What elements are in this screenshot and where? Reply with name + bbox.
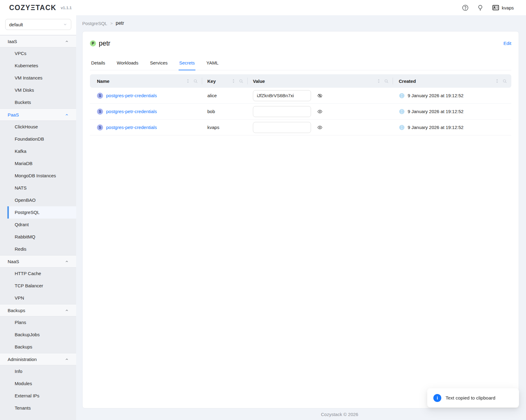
tab-workloads[interactable]: Workloads — [116, 60, 139, 70]
sidebar-item-buckets[interactable]: Buckets — [0, 96, 76, 109]
theme-toggle-button[interactable] — [477, 5, 483, 11]
created-timestamp: 9 January 2026 at 19:12:52 — [408, 93, 464, 98]
sidebar-item-tcp-balancer[interactable]: TCP Balancer — [0, 280, 76, 292]
tab-services[interactable]: Services — [149, 60, 168, 70]
breadcrumb: PostgreSQL > petr — [76, 15, 526, 31]
sidebar-item-mongodb-instances[interactable]: MongoDB Instances — [0, 170, 76, 182]
secret-key: bob — [202, 109, 248, 114]
search-icon[interactable] — [502, 79, 507, 83]
sidebar-item-postgresql[interactable]: PostgreSQL — [0, 206, 76, 219]
app-version: v1.1.1 — [61, 6, 72, 10]
sidebar-section-iaas[interactable]: IaaS — [0, 35, 76, 47]
table-row: S postgres-petr-credentials alice — [90, 88, 511, 104]
sidebar-section-administration[interactable]: Administration — [0, 353, 76, 365]
user-name: kvaps — [502, 5, 514, 10]
footer: Cozystack © 2026 — [76, 408, 526, 420]
created-timestamp: 9 January 2026 at 19:12:52 — [408, 109, 464, 114]
sidebar-item-info[interactable]: Info — [0, 365, 76, 378]
sidebar-item-redis[interactable]: Redis — [0, 243, 76, 255]
tab-secrets[interactable]: Secrets — [179, 60, 195, 70]
sidebar-item-external-ips[interactable]: External IPs — [0, 390, 76, 402]
section-label: NaaS — [8, 259, 19, 264]
show-value-button[interactable] — [317, 109, 323, 114]
secret-value-input[interactable] — [253, 122, 311, 133]
secret-value-input[interactable] — [253, 106, 311, 117]
chevron-up-icon — [65, 113, 69, 117]
resource-card: P petr Edit Details Workloads Services S… — [82, 31, 519, 408]
hide-value-button[interactable] — [317, 93, 323, 98]
search-icon[interactable] — [193, 79, 198, 83]
sidebar-section-paas[interactable]: PaaS — [0, 109, 76, 121]
sidebar-item-kafka[interactable]: Kafka — [0, 145, 76, 157]
table-row: S postgres-petr-credentials bob — [90, 104, 511, 120]
section-label: Administration — [8, 357, 37, 362]
sidebar-item-kubernetes[interactable]: Kubernetes — [0, 60, 76, 72]
sidebar-section-backups[interactable]: Backups — [0, 304, 76, 316]
sidebar-item-vm-disks[interactable]: VM Disks — [0, 84, 76, 96]
chevron-up-icon — [65, 357, 69, 361]
section-label: IaaS — [8, 39, 17, 44]
sidebar-item-nats[interactable]: NATS — [0, 182, 76, 194]
secret-name-link[interactable]: postgres-petr-credentials — [106, 93, 157, 98]
secret-key: kvaps — [202, 125, 248, 130]
card-header: P petr Edit — [90, 39, 511, 47]
sidebar-section-naas[interactable]: NaaS — [0, 255, 76, 267]
sidebar-item-qdrant[interactable]: Qdrant — [0, 219, 76, 231]
column-label: Value — [253, 79, 265, 84]
sidebar: default IaaS VPCs Kubernetes VM Instance… — [0, 15, 76, 420]
sidebar-item-openbao[interactable]: OpenBAO — [0, 194, 76, 206]
sidebar-item-vm-instances[interactable]: VM Instances — [0, 72, 76, 84]
breadcrumb-parent[interactable]: PostgreSQL — [82, 21, 107, 26]
sidebar-item-backups[interactable]: Backups — [0, 341, 76, 353]
sidebar-item-backupjobs[interactable]: BackupJobs — [0, 329, 76, 341]
search-icon[interactable] — [384, 79, 389, 83]
breadcrumb-current: petr — [116, 20, 124, 26]
footer-text: Cozystack © 2026 — [321, 412, 358, 417]
eye-invisible-icon — [317, 93, 323, 98]
tab-details[interactable]: Details — [91, 60, 106, 70]
sidebar-item-tenants[interactable]: Tenants — [0, 402, 76, 414]
tenant-select[interactable]: default — [5, 19, 71, 30]
sidebar-item-mariadb[interactable]: MariaDB — [0, 157, 76, 170]
resource-avatar: P — [90, 40, 96, 46]
toast-message: Text copied to clipboard — [446, 395, 495, 401]
lightbulb-icon — [477, 5, 483, 11]
sidebar-item-plans[interactable]: Plans — [0, 316, 76, 329]
sort-icon[interactable] — [377, 79, 380, 83]
chevron-up-icon — [65, 260, 69, 263]
sidebar-item-vpcs[interactable]: VPCs — [0, 47, 76, 60]
sidebar-item-http-cache[interactable]: HTTP Cache — [0, 267, 76, 280]
globe-icon — [399, 93, 405, 99]
sort-icon[interactable] — [232, 79, 235, 83]
search-icon[interactable] — [239, 79, 243, 83]
chevron-up-icon — [65, 308, 69, 312]
chevron-down-icon — [63, 22, 67, 27]
secret-name-link[interactable]: postgres-petr-credentials — [106, 125, 157, 130]
secret-key: alice — [202, 93, 248, 98]
secret-name-link[interactable]: postgres-petr-credentials — [106, 109, 157, 114]
column-label: Created — [399, 79, 416, 84]
sidebar-item-clickhouse[interactable]: ClickHouse — [0, 121, 76, 133]
sidebar-item-foundationdb[interactable]: FoundationDB — [0, 133, 76, 145]
help-icon — [462, 5, 469, 11]
globe-icon — [399, 109, 405, 115]
column-header-value: Value — [248, 74, 393, 88]
secret-value-input[interactable] — [253, 90, 311, 101]
help-button[interactable] — [462, 5, 469, 11]
secret-badge: S — [97, 124, 103, 131]
content-area: PostgreSQL > petr P petr Edit Details Wo… — [76, 15, 526, 420]
sort-icon[interactable] — [495, 79, 499, 83]
tab-bar: Details Workloads Services Secrets YAML — [90, 60, 511, 70]
tab-yaml[interactable]: YAML — [206, 60, 219, 70]
user-menu[interactable]: kvaps — [492, 4, 514, 11]
sidebar-item-modules[interactable]: Modules — [0, 378, 76, 390]
topbar: COZYΞTACK v1.1.1 — [0, 0, 526, 15]
sidebar-nav: IaaS VPCs Kubernetes VM Instances VM Dis… — [0, 35, 76, 420]
sidebar-item-rabbitmq[interactable]: RabbitMQ — [0, 231, 76, 243]
edit-button[interactable]: Edit — [503, 41, 511, 46]
column-header-name: Name — [90, 74, 202, 88]
sort-icon[interactable] — [186, 79, 190, 83]
sidebar-item-vpn[interactable]: VPN — [0, 292, 76, 304]
page-title: petr — [99, 39, 110, 47]
show-value-button[interactable] — [317, 125, 323, 130]
